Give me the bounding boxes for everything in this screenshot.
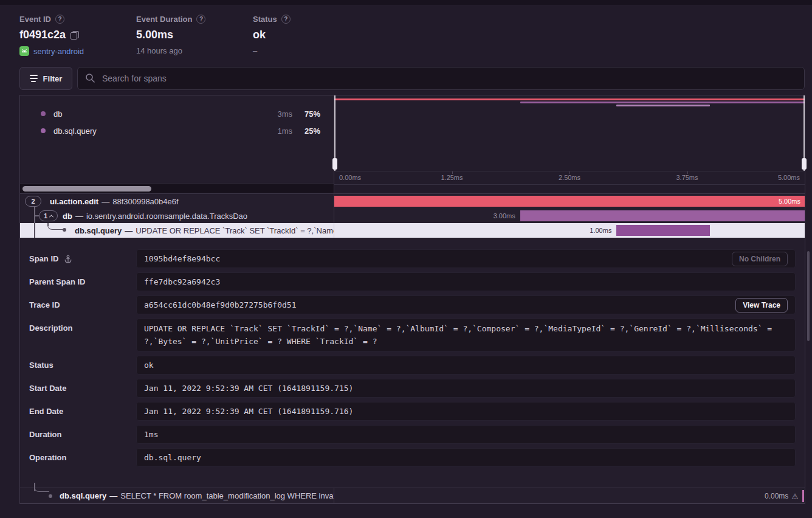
operations-breakdown: db 3ms 75% db.sql.query 1ms 25% bbox=[20, 95, 334, 193]
axis-tick: 1.25ms bbox=[441, 174, 463, 181]
detail-label: Description bbox=[29, 323, 73, 333]
span-row-db-sql-query-select[interactable]: db.sql.query—SELECT * FROM room_table_mo… bbox=[20, 488, 805, 503]
event-duration-value: 5.00ms bbox=[136, 29, 173, 41]
parent-span-id-value-box: ffe7dbc92a6942c3 bbox=[136, 272, 796, 291]
op-color-dot bbox=[41, 128, 46, 133]
help-icon[interactable]: ? bbox=[55, 15, 64, 24]
trace-id-value: a654cc61dc0b48ef9d0b27275b6f0d51 bbox=[144, 300, 735, 309]
span-detail-panel: Span ID 1095bd4ef8e94bcc No Children Par… bbox=[20, 238, 805, 488]
description-value: UPDATE OR REPLACE `Track` SET `TrackId` … bbox=[144, 322, 788, 348]
span-text: db.sql.query—SELECT * FROM room_table_mo… bbox=[60, 491, 334, 500]
legend-op-name: db bbox=[53, 109, 263, 119]
minimap-span-sql bbox=[616, 105, 709, 106]
event-time-ago: 14 hours ago bbox=[136, 46, 182, 55]
detail-label: Span ID bbox=[29, 254, 58, 263]
tree-dot bbox=[63, 228, 66, 232]
operation-value-box: db.sql.query bbox=[136, 448, 796, 467]
trace-id-value-box: a654cc61dc0b48ef9d0b27275b6f0d51 View Tr… bbox=[136, 295, 796, 314]
span-op: db bbox=[63, 212, 72, 221]
detail-label: Trace ID bbox=[29, 300, 60, 309]
legend-row-db-sql-query[interactable]: db.sql.query 1ms 25% bbox=[20, 122, 334, 139]
span-status-value: ok bbox=[144, 361, 788, 370]
minimap-span-red bbox=[334, 98, 805, 100]
span-bar[interactable]: 5.00ms bbox=[334, 196, 805, 207]
no-children-button: No Children bbox=[732, 252, 788, 266]
op-color-dot bbox=[41, 111, 46, 116]
detail-label: Duration bbox=[29, 430, 61, 439]
start-date-value-box: Jan 11, 2022 9:52:39 AM CET (1641891159.… bbox=[136, 379, 796, 398]
status-value-box: ok bbox=[136, 356, 796, 375]
span-id-value-box: 1095bd4ef8e94bcc No Children bbox=[136, 249, 796, 268]
filter-icon bbox=[30, 75, 38, 82]
span-desc: 88f300998a0b4e6f bbox=[112, 197, 178, 206]
axis-tick: 2.50ms bbox=[559, 174, 580, 181]
legend-op-name: db.sql.query bbox=[53, 126, 263, 136]
span-bar[interactable] bbox=[616, 225, 709, 236]
span-id-value: 1095bd4ef8e94bcc bbox=[144, 254, 732, 263]
span-row-db-sql-query-selected[interactable]: db.sql.query — UPDATE OR REPLACE `Track`… bbox=[20, 223, 805, 238]
axis-tick: 3.75ms bbox=[676, 174, 698, 181]
children-count-badge[interactable]: 1 bbox=[39, 210, 58, 221]
legend-op-percent: 75% bbox=[292, 109, 320, 119]
warning-icon[interactable]: ⚠ bbox=[791, 492, 799, 500]
legend-row-db[interactable]: db 3ms 75% bbox=[20, 105, 334, 122]
chevron-up-icon bbox=[49, 215, 53, 219]
detail-label: Parent Span ID bbox=[29, 277, 85, 286]
copy-icon[interactable] bbox=[71, 31, 79, 40]
detail-label: End Date bbox=[29, 407, 63, 416]
android-icon bbox=[19, 46, 29, 56]
filter-button-label: Filter bbox=[43, 74, 63, 83]
detail-label: Status bbox=[29, 361, 53, 370]
event-header: Event ID ? f0491c2a sentry-android Event… bbox=[0, 5, 812, 56]
legend-op-percent: 25% bbox=[292, 126, 320, 136]
search-input[interactable] bbox=[77, 67, 805, 90]
legend-op-duration: 3ms bbox=[263, 109, 292, 119]
span-row-ui-action-edit[interactable]: 2 ui.action.edit — 88f300998a0b4e6f 5.00… bbox=[20, 194, 805, 209]
event-id-value: f0491c2a bbox=[19, 29, 66, 41]
end-date-value: Jan 11, 2022 9:52:39 AM CET (1641891159.… bbox=[144, 407, 788, 416]
project-link[interactable]: sentry-android bbox=[33, 47, 84, 56]
trace-view-panel: db 3ms 75% db.sql.query 1ms 25% bbox=[19, 95, 805, 504]
end-date-value-box: Jan 11, 2022 9:52:39 AM CET (1641891159.… bbox=[136, 402, 796, 421]
minimap-lower-strip bbox=[334, 184, 805, 193]
spans-toolbar: Filter bbox=[19, 67, 805, 90]
span-op: db.sql.query bbox=[60, 491, 106, 500]
span-duration-label: 1.00ms bbox=[590, 223, 611, 238]
minimap-section: db 3ms 75% db.sql.query 1ms 25% bbox=[20, 95, 805, 194]
legend-op-duration: 1ms bbox=[263, 126, 292, 136]
minimap-span-db bbox=[520, 102, 805, 103]
span-op: db.sql.query bbox=[75, 226, 122, 235]
minimap-handle-right[interactable] bbox=[803, 95, 805, 171]
anchor-icon[interactable] bbox=[64, 254, 72, 264]
horizontal-scrollbar-thumb[interactable] bbox=[22, 186, 151, 192]
vertical-scrollbar-thumb[interactable] bbox=[807, 251, 810, 341]
trace-minimap[interactable]: 0.00ms 1.25ms 2.50ms 3.75ms 5.00ms bbox=[334, 95, 805, 193]
tree-dot bbox=[49, 494, 52, 498]
description-value-box: UPDATE OR REPLACE `Track` SET `TrackId` … bbox=[136, 319, 796, 351]
span-desc: UPDATE OR REPLACE `Track` SET `TrackId` … bbox=[136, 226, 334, 235]
tree-connector bbox=[34, 223, 35, 238]
children-count-badge[interactable]: 2 bbox=[25, 196, 41, 207]
status-field: Status ? ok – bbox=[253, 15, 291, 56]
span-desc: io.sentry.android.roomsample.data.Tracks… bbox=[86, 212, 247, 221]
horizontal-scrollbar[interactable] bbox=[20, 183, 334, 193]
event-duration-label: Event Duration bbox=[136, 15, 192, 24]
top-strip bbox=[0, 0, 812, 5]
help-icon[interactable]: ? bbox=[196, 15, 205, 24]
parent-span-id-value: ffe7dbc92a6942c3 bbox=[144, 277, 788, 286]
search-icon bbox=[85, 73, 95, 83]
event-id-field: Event ID ? f0491c2a sentry-android bbox=[19, 15, 136, 56]
help-icon[interactable]: ? bbox=[281, 15, 291, 24]
span-row-db[interactable]: 1 db — io.sentry.android.roomsample.data… bbox=[20, 209, 805, 223]
tree-connector bbox=[47, 223, 63, 230]
span-desc: SELECT * FROM room_table_modification_lo… bbox=[120, 491, 334, 500]
view-trace-button[interactable]: View Trace bbox=[735, 298, 788, 313]
detail-label: Operation bbox=[29, 453, 66, 462]
minimap-handle-left[interactable] bbox=[334, 95, 335, 171]
event-id-label: Event ID bbox=[19, 15, 51, 24]
span-bar[interactable] bbox=[520, 210, 805, 221]
filter-button[interactable]: Filter bbox=[19, 67, 72, 90]
status-value: ok bbox=[253, 29, 266, 41]
span-op: ui.action.edit bbox=[50, 197, 98, 206]
event-duration-field: Event Duration ? 5.00ms 14 hours ago bbox=[136, 15, 253, 56]
